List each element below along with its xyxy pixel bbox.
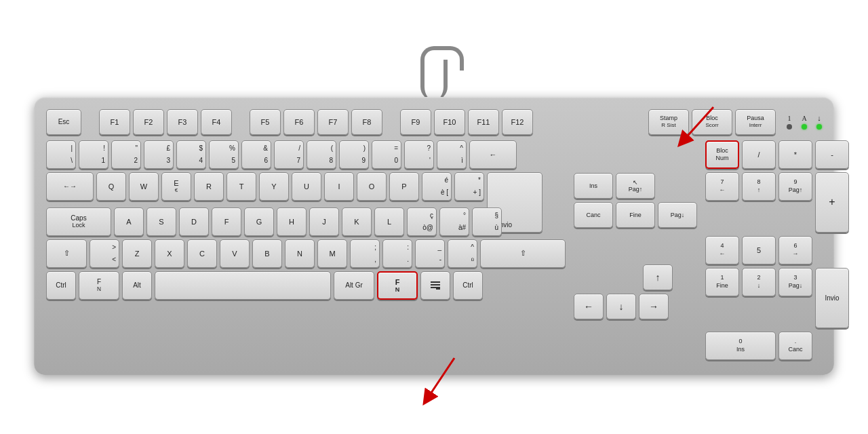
key-np-2[interactable]: 2 ↓ [742,268,776,296]
key-angle-bracket[interactable]: >< [90,239,119,268]
key-arrow-up[interactable]: ↑ [643,264,673,290]
key-np-0[interactable]: 0 Ins [705,332,776,360]
key-m[interactable]: M [317,239,347,268]
key-comma[interactable]: ;, [350,239,380,268]
key-1[interactable]: !1 [79,140,108,169]
key-f5[interactable]: F5 [250,109,281,135]
key-np-mul[interactable]: * [778,140,812,169]
key-space[interactable] [155,271,331,300]
key-np-div[interactable]: / [742,140,776,169]
key-canc[interactable]: Canc [574,202,613,228]
key-alt-left[interactable]: Alt [122,271,152,300]
key-arrow-down[interactable]: ↓ [606,294,636,319]
key-np-plus[interactable]: + [815,172,849,233]
key-2[interactable]: "2 [111,140,141,169]
key-q[interactable]: Q [96,172,126,201]
key-0[interactable]: =0 [372,140,401,169]
key-caret2[interactable]: ^û [448,239,477,268]
key-z[interactable]: Z [122,239,152,268]
key-f3[interactable]: F3 [167,109,198,135]
key-menu[interactable] [420,271,450,300]
key-d[interactable]: D [179,208,209,236]
key-6[interactable]: &6 [241,140,271,169]
key-shift-left[interactable]: ⇧ [46,239,87,268]
key-caret[interactable]: ^ì [437,140,467,169]
key-arrow-right[interactable]: → [639,294,669,319]
key-np-4[interactable]: 4 ← [705,236,739,264]
key-cedilla[interactable]: çò@ [407,208,437,236]
key-np-minus[interactable]: - [815,140,849,169]
key-tab[interactable]: ←→ [46,172,94,201]
key-w[interactable]: W [129,172,159,201]
key-backspace[interactable]: ← [469,140,517,169]
key-f12[interactable]: F12 [502,109,533,135]
key-3[interactable]: £3 [144,140,174,169]
key-4[interactable]: $4 [176,140,206,169]
key-ins[interactable]: Ins [574,173,613,199]
key-period[interactable]: :. [382,239,412,268]
key-u[interactable]: U [292,172,321,201]
key-8[interactable]: (8 [307,140,336,169]
key-np-6[interactable]: 6 → [778,236,812,264]
key-fine[interactable]: Fine [616,202,655,228]
key-f8[interactable]: F8 [351,109,382,135]
key-f6[interactable]: F6 [283,109,315,135]
key-f4[interactable]: F4 [201,109,232,135]
key-i[interactable]: I [324,172,354,201]
key-np-8[interactable]: 8 ↑ [742,172,776,201]
key-np-9[interactable]: 9 Pag↑ [778,172,812,201]
key-7[interactable]: /7 [274,140,304,169]
key-ctrl-right[interactable]: Ctrl [453,271,483,300]
key-5[interactable]: %5 [209,140,239,169]
key-esc[interactable]: Esc [46,109,81,135]
key-ctrl-left[interactable]: Ctrl [46,271,76,300]
key-caps-lock[interactable]: Caps Lock [46,208,111,236]
key-y[interactable]: Y [259,172,289,201]
key-o[interactable]: O [357,172,387,201]
key-g[interactable]: G [244,208,274,236]
key-f10[interactable]: F10 [434,109,465,135]
key-j[interactable]: J [309,208,339,236]
key-9[interactable]: )9 [339,140,369,169]
key-f9[interactable]: F9 [400,109,431,135]
key-arrow-left[interactable]: ← [574,294,604,319]
key-np-1[interactable]: 1 Fine [705,268,739,296]
key-pausa[interactable]: Pausa Interr [735,109,776,135]
key-np-3[interactable]: 3 Pag↓ [778,268,812,296]
key-c[interactable]: C [187,239,217,268]
key-alt-gr[interactable]: Alt Gr [334,271,374,300]
key-e[interactable]: E€ [161,172,191,201]
key-h[interactable]: H [277,208,307,236]
key-e-accent[interactable]: éè [ [422,172,452,201]
key-l[interactable]: L [374,208,404,236]
key-plus[interactable]: *+ ] [454,172,484,201]
key-t[interactable]: T [226,172,256,201]
key-f[interactable]: F [212,208,241,236]
key-f2[interactable]: F2 [133,109,164,135]
key-x[interactable]: X [155,239,184,268]
key-p[interactable]: P [389,172,419,201]
key-s[interactable]: S [146,208,176,236]
key-degree[interactable]: °à# [439,208,469,236]
key-np-5[interactable]: 5 [742,236,776,264]
key-b[interactable]: B [252,239,282,268]
key-shift-right[interactable]: ⇧ [480,239,566,268]
key-fn-left[interactable]: FN [79,271,119,300]
key-home[interactable]: ↖ Pag↑ [616,173,655,199]
key-np-7[interactable]: 7 ← [705,172,739,201]
key-f11[interactable]: F11 [468,109,499,135]
key-np-enter[interactable]: Invio [815,268,849,328]
key-fn-right[interactable]: FN [377,271,418,300]
key-k[interactable]: K [342,208,372,236]
key-f7[interactable]: F7 [317,109,349,135]
key-backslash[interactable]: |\ [46,140,76,169]
key-f1[interactable]: F1 [99,109,130,135]
key-np-dot[interactable]: . Canc [778,332,812,360]
key-a[interactable]: A [114,208,144,236]
key-pag-down[interactable]: Pag↓ [658,202,697,228]
key-v[interactable]: V [220,239,250,268]
key-apostrophe[interactable]: ?' [404,140,434,169]
key-r[interactable]: R [194,172,224,201]
key-section[interactable]: §ù [472,208,502,236]
key-n[interactable]: N [285,239,315,268]
